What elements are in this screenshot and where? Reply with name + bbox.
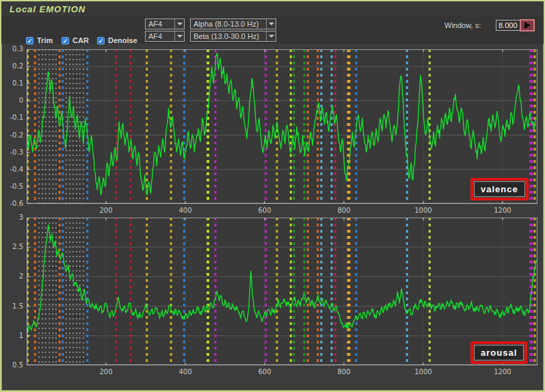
highlight-box-valence: valence <box>470 178 529 200</box>
y-tick-label: 0.5 <box>4 361 23 369</box>
channel-select-2[interactable]: AF4 <box>145 31 185 42</box>
check-icon[interactable]: ✓ <box>97 37 105 44</box>
band-select-1-value: Alpha (8.0-13.0 Hz) <box>191 20 266 28</box>
y-tick-label: 3 <box>4 213 23 221</box>
check-icon[interactable]: ✓ <box>26 37 34 44</box>
checkbox-car-label: CAR <box>72 36 89 44</box>
x-tick-label: 1000 <box>410 207 437 214</box>
app-window: Local EMOTION ✓ Trim ✓ CAR ✓ Denoise AF4… <box>0 0 545 392</box>
x-tick-label: 800 <box>330 207 358 214</box>
x-tick-label: 400 <box>172 207 199 214</box>
play-button[interactable] <box>520 19 535 31</box>
page-title: Local EMOTION <box>10 4 85 14</box>
y-tick-label: 1 <box>4 332 23 339</box>
series-label-arousal: arousal <box>474 345 524 361</box>
y-tick-label: 0.1 <box>4 79 23 87</box>
x-tick-label: 200 <box>92 368 120 376</box>
toolbar: ✓ Trim ✓ CAR ✓ Denoise AF4 Alpha (8.0-13… <box>1 16 544 44</box>
x-tick-label: 1200 <box>489 368 516 376</box>
arousal-chart <box>27 218 537 365</box>
y-tick-label: 2.5 <box>4 243 23 250</box>
check-icon[interactable]: ✓ <box>62 37 69 44</box>
y-tick-label: -0.6 <box>4 200 23 207</box>
play-icon <box>524 22 531 29</box>
band-select-2-value: Beta (13.0-30.0 Hz) <box>191 32 266 40</box>
x-tick-label: 600 <box>251 368 278 376</box>
checkbox-denoise-label: Denoise <box>108 36 137 44</box>
x-tick-label: 800 <box>330 368 358 376</box>
x-tick-label: 1000 <box>410 368 437 376</box>
x-tick-label: 600 <box>251 207 278 214</box>
series-label-valence: valence <box>474 181 525 197</box>
title-bar: Local EMOTION <box>1 1 544 16</box>
chevron-down-icon[interactable] <box>266 31 276 41</box>
channel-select-2-value: AF4 <box>146 32 174 40</box>
chevron-down-icon[interactable] <box>174 31 184 41</box>
y-tick-label: -0.4 <box>4 166 23 173</box>
y-tick-label: -0.3 <box>4 148 23 156</box>
channel-select-1[interactable]: AF4 <box>145 18 185 29</box>
y-tick-label: -0.1 <box>4 114 23 121</box>
checkbox-trim[interactable]: ✓ Trim <box>26 36 53 44</box>
chevron-down-icon[interactable] <box>174 19 184 29</box>
checkbox-trim-label: Trim <box>37 36 53 44</box>
band-select-1[interactable]: Alpha (8.0-13.0 Hz) <box>190 18 276 29</box>
y-tick-label: 0 <box>4 96 23 104</box>
y-tick-label: 1.5 <box>4 302 23 310</box>
x-tick-label: 1200 <box>489 207 516 214</box>
band-select-2[interactable]: Beta (13.0-30.0 Hz) <box>190 31 276 42</box>
y-tick-label: -0.5 <box>4 183 23 190</box>
highlight-box-arousal: arousal <box>470 341 527 364</box>
x-tick-label: 400 <box>172 368 199 376</box>
chevron-down-icon[interactable] <box>266 19 276 29</box>
checkbox-denoise[interactable]: ✓ Denoise <box>97 36 137 44</box>
y-tick-label: 0.3 <box>4 45 23 53</box>
valence-chart <box>27 49 537 204</box>
y-tick-label: -0.2 <box>4 131 23 139</box>
y-tick-label: 0.2 <box>4 62 23 70</box>
y-tick-label: 2 <box>4 272 23 280</box>
checkbox-car[interactable]: ✓ CAR <box>62 36 89 44</box>
channel-select-1-value: AF4 <box>146 20 174 28</box>
x-tick-label: 200 <box>92 207 120 214</box>
window-seconds-label: Window, s: <box>444 21 481 29</box>
